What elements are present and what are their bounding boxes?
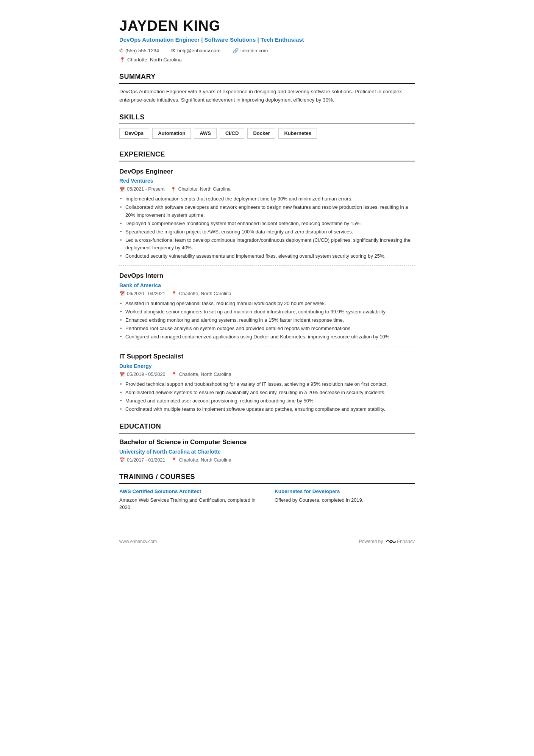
contact-row: ✆ (555) 555-1234 ✉ help@enhancv.com 🔗 li…	[119, 47, 415, 55]
skill-tag: CI/CD	[220, 128, 244, 139]
location-text: Charlotte, North Carolina	[127, 56, 182, 64]
edu-dates: 📅 01/2017 - 01/2021	[119, 457, 165, 464]
job-dates: 📅 05/2021 - Present	[119, 186, 164, 193]
experience-section: EXPERIENCE DevOps EngineerRed Ventures📅 …	[119, 149, 415, 413]
skill-tag: Kubernetes	[278, 128, 317, 139]
footer-website: www.enhancv.com	[119, 538, 157, 545]
linkedin-url: linkedin.com	[240, 47, 268, 55]
phone-icon: ✆	[119, 47, 123, 55]
bullet-item: Conducted security vulnerability assessm…	[119, 252, 415, 260]
bullet-item: Performed root cause analysis on system …	[119, 325, 415, 332]
enhancv-brand-name: Enhancv	[397, 538, 415, 545]
bullet-item: Configured and managed containerized app…	[119, 333, 415, 341]
job-meta: 📅 05/2019 - 05/2020📍 Charlotte, North Ca…	[119, 371, 415, 378]
training-item: Kubernetes for DevelopersOffered by Cour…	[275, 488, 415, 511]
location-pin-icon: 📍	[171, 290, 177, 297]
education-container: Bachelor of Science in Computer ScienceU…	[119, 437, 415, 463]
job-title: IT Support Specialist	[119, 352, 415, 362]
job-location: 📍 Charlotte, North Carolina	[170, 186, 230, 193]
skills-title: SKILLS	[119, 112, 415, 124]
email-address: help@enhancv.com	[177, 47, 220, 55]
bullet-item: Coordinated with multiple teams to imple…	[119, 405, 415, 413]
edu-school: University of North Carolina at Charlott…	[119, 448, 415, 456]
summary-section: SUMMARY DevOps Automation Engineer with …	[119, 72, 415, 104]
education-section: EDUCATION Bachelor of Science in Compute…	[119, 421, 415, 463]
bullet-item: Implemented automation scripts that redu…	[119, 195, 415, 203]
experience-item: DevOps InternBank of America📅 06/2020 - …	[119, 271, 415, 346]
experience-item: IT Support SpecialistDuke Energy📅 05/201…	[119, 352, 415, 413]
bullet-item: Spearheaded the migration project to AWS…	[119, 228, 415, 236]
bullet-item: Led a cross-functional team to develop c…	[119, 236, 415, 252]
location-row: 📍 Charlotte, North Carolina	[119, 56, 415, 64]
header: JAYDEN KING DevOps Automation Engineer |…	[119, 18, 415, 63]
training-item-title: AWS Certified Solutions Architect	[119, 488, 259, 495]
bullet-item: Managed and automated user account provi…	[119, 397, 415, 405]
email-icon: ✉	[171, 47, 175, 55]
calendar-icon: 📅	[119, 290, 125, 297]
education-title: EDUCATION	[119, 421, 415, 434]
location-pin-icon: 📍	[171, 457, 177, 463]
job-bullets: Provided technical support and troublesh…	[119, 380, 415, 413]
job-company: Duke Energy	[119, 362, 415, 370]
training-item-desc: Amazon Web Services Training and Certifi…	[119, 496, 259, 511]
bullet-item: Deployed a comprehensive monitoring syst…	[119, 220, 415, 227]
job-bullets: Implemented automation scripts that redu…	[119, 195, 415, 260]
experience-item: DevOps EngineerRed Ventures📅 05/2021 - P…	[119, 167, 415, 266]
job-bullets: Assisted in automating operational tasks…	[119, 300, 415, 341]
training-container: AWS Certified Solutions ArchitectAmazon …	[119, 488, 415, 511]
training-item-desc: Offered by Coursera, completed in 2019.	[275, 496, 415, 504]
bullet-item: Worked alongside senior engineers to set…	[119, 308, 415, 316]
location-pin-icon: 📍	[171, 371, 177, 378]
job-company: Red Ventures	[119, 177, 415, 185]
education-item: Bachelor of Science in Computer ScienceU…	[119, 437, 415, 463]
phone-contact: ✆ (555) 555-1234	[119, 47, 159, 55]
training-section: TRAINING / COURSES AWS Certified Solutio…	[119, 472, 415, 511]
job-title: DevOps Engineer	[119, 167, 415, 177]
job-meta: 📅 05/2021 - Present📍 Charlotte, North Ca…	[119, 186, 415, 193]
job-company: Bank of America	[119, 282, 415, 290]
resume-page: JAYDEN KING DevOps Automation Engineer |…	[97, 0, 437, 568]
bullet-item: Assisted in automating operational tasks…	[119, 300, 415, 307]
candidate-title: DevOps Automation Engineer | Software So…	[119, 36, 415, 44]
summary-title: SUMMARY	[119, 72, 415, 84]
job-meta: 📅 06/2020 - 04/2021📍 Charlotte, North Ca…	[119, 290, 415, 297]
job-location: 📍 Charlotte, North Carolina	[171, 290, 231, 297]
skill-tag: Docker	[247, 128, 275, 139]
candidate-name: JAYDEN KING	[119, 18, 415, 34]
training-title: TRAINING / COURSES	[119, 472, 415, 484]
experience-container: DevOps EngineerRed Ventures📅 05/2021 - P…	[119, 167, 415, 413]
skill-tag: Automation	[152, 128, 191, 139]
powered-by-text: Powered by	[359, 538, 383, 545]
linkedin-contact[interactable]: 🔗 linkedin.com	[233, 47, 268, 55]
edu-meta: 📅 01/2017 - 01/2021📍 Charlotte, North Ca…	[119, 457, 415, 464]
calendar-icon: 📅	[119, 371, 125, 378]
experience-divider	[119, 346, 415, 346]
enhancv-icon	[385, 538, 396, 545]
edu-degree: Bachelor of Science in Computer Science	[119, 437, 415, 447]
experience-title: EXPERIENCE	[119, 149, 415, 161]
experience-divider	[119, 265, 415, 266]
job-dates: 📅 05/2019 - 05/2020	[119, 371, 165, 378]
bullet-item: Administered network systems to ensure h…	[119, 389, 415, 396]
bullet-item: Collaborated with software developers an…	[119, 203, 415, 219]
email-contact: ✉ help@enhancv.com	[171, 47, 220, 55]
bullet-item: Enhanced existing monitoring and alertin…	[119, 316, 415, 324]
skill-tag: AWS	[194, 128, 217, 139]
bullet-item: Provided technical support and troublesh…	[119, 380, 415, 388]
skill-tag: DevOps	[119, 128, 149, 139]
page-footer: www.enhancv.com Powered by Enhancv	[119, 534, 415, 545]
summary-text: DevOps Automation Engineer with 3 years …	[119, 88, 415, 104]
job-location: 📍 Charlotte, North Carolina	[171, 371, 231, 378]
footer-brand: Powered by Enhancv	[359, 538, 415, 545]
location-pin-icon: 📍	[170, 186, 176, 193]
skills-section: SKILLS DevOpsAutomationAWSCI/CDDockerKub…	[119, 112, 415, 141]
location-icon: 📍	[119, 56, 125, 64]
job-dates: 📅 06/2020 - 04/2021	[119, 290, 165, 297]
job-title: DevOps Intern	[119, 271, 415, 281]
link-icon: 🔗	[233, 47, 239, 55]
enhancv-logo: Enhancv	[385, 538, 415, 545]
training-item: AWS Certified Solutions ArchitectAmazon …	[119, 488, 259, 511]
skills-list: DevOpsAutomationAWSCI/CDDockerKubernetes	[119, 128, 415, 141]
calendar-icon: 📅	[119, 457, 125, 463]
calendar-icon: 📅	[119, 186, 125, 193]
